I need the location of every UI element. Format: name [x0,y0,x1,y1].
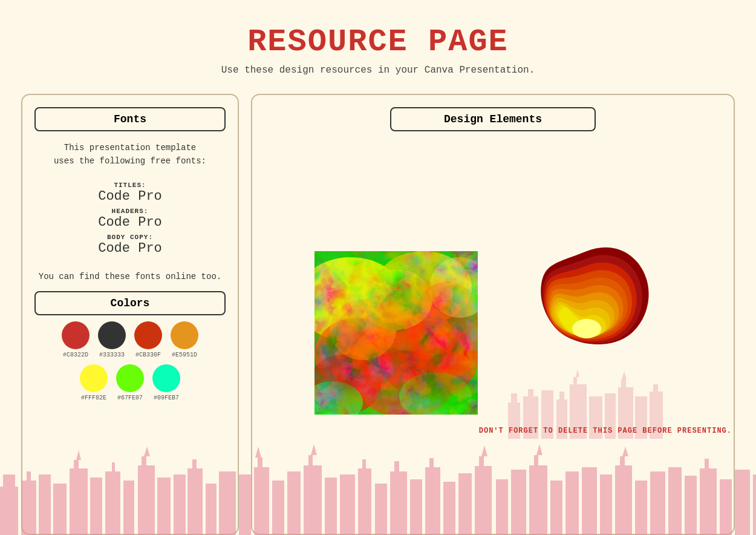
fonts-header: Fonts [34,107,226,131]
color-swatch-2: #333333 [98,321,126,358]
design-elements-header: Design Elements [390,107,596,131]
svg-marker-103 [481,445,487,456]
swatch-circle-5 [80,364,108,392]
svg-rect-63 [287,471,301,535]
svg-rect-55 [187,468,203,535]
svg-rect-77 [458,473,472,535]
svg-rect-75 [429,458,434,468]
svg-rect-24 [528,389,533,398]
svg-rect-95 [705,459,709,470]
svg-rect-85 [565,471,579,535]
svg-point-17 [314,327,390,393]
svg-rect-54 [174,474,186,535]
svg-rect-70 [375,484,387,535]
svg-rect-50 [123,481,134,535]
color-row-1: #C8322D #333333 #CB330F #E5951D [34,321,226,358]
svg-rect-68 [358,468,371,535]
svg-rect-66 [325,478,337,535]
svg-rect-69 [362,459,366,470]
svg-marker-101 [255,447,261,458]
footer-note: DON'T FORGET TO DELETE THIS PAGE BEFORE … [479,427,732,435]
swatch-label-1: #C8322D [63,352,88,358]
svg-rect-44 [53,484,67,535]
svg-rect-89 [620,456,625,467]
svg-rect-48 [105,471,120,535]
svg-rect-39 [0,487,18,535]
svg-rect-82 [529,465,547,535]
svg-rect-72 [394,461,399,473]
svg-rect-90 [635,481,647,535]
svg-rect-93 [685,476,697,535]
svg-rect-22 [511,393,517,404]
svg-rect-40 [3,474,15,488]
svg-rect-88 [615,465,632,535]
swatch-label-2: #333333 [99,352,125,358]
right-elements [502,227,671,439]
svg-rect-81 [511,470,526,535]
fonts-desc-line1: This presentation template [64,143,196,153]
svg-rect-86 [582,467,597,535]
color-swatch-3: #CB330F [134,321,162,358]
blob-svg [520,227,653,360]
fonts-desc-line2: uses the following free fonts: [54,156,206,166]
svg-rect-67 [340,474,355,535]
svg-rect-27 [559,392,564,401]
svg-rect-78 [475,466,492,535]
color-swatch-4: #E5951D [171,321,198,358]
font-name-titles: Code Pro [34,189,226,204]
svg-rect-79 [479,456,484,467]
color-swatch-7: #09FEB7 [152,364,180,401]
svg-rect-56 [192,459,197,470]
svg-marker-38 [622,371,627,379]
svg-marker-102 [311,444,317,455]
swatch-label-4: #E5951D [172,352,197,358]
svg-rect-47 [90,478,102,535]
svg-point-19 [366,260,432,315]
swatch-circle-7 [152,364,180,392]
swatch-label-7: #09FEB7 [154,395,179,401]
svg-rect-94 [700,468,717,535]
svg-rect-43 [39,474,51,535]
svg-rect-36 [653,384,658,393]
font-name-headers: Code Pro [34,215,226,230]
svg-rect-84 [550,481,562,535]
svg-rect-80 [496,479,508,535]
svg-rect-62 [272,481,284,535]
svg-rect-64 [304,465,322,535]
colors-header: Colors [34,291,226,315]
svg-point-18 [399,339,472,405]
svg-rect-57 [206,484,217,535]
swatch-circle-6 [116,364,144,392]
svg-rect-98 [753,474,756,535]
svg-rect-91 [650,471,665,535]
heatmap-overlay [314,251,478,415]
svg-rect-76 [443,482,455,535]
fonts-info: This presentation template uses the foll… [34,141,226,168]
svg-rect-41 [21,481,36,535]
svg-rect-42 [27,471,31,482]
color-swatch-1: #C8322D [62,321,90,358]
font-entry-titles: TITLES: Code Pro [34,182,226,204]
svg-rect-87 [600,474,612,535]
swatch-circle-2 [98,321,126,349]
svg-rect-74 [425,467,440,535]
font-label-body: BODY COPY: [34,234,226,241]
font-label-titles: TITLES: [34,182,226,189]
svg-marker-105 [622,447,628,456]
colors-section: Colors #C8322D #333333 #CB330F [34,291,226,401]
svg-point-20 [572,319,601,338]
swatch-label-3: #CB330F [135,352,161,358]
swatch-circle-4 [171,321,198,349]
svg-rect-61 [258,458,262,468]
svg-rect-59 [239,474,251,535]
swatch-circle-1 [62,321,90,349]
svg-rect-58 [219,471,236,535]
font-entry-headers: HEADERS: Code Pro [34,208,226,230]
color-row-2: #FFF82E #67FE07 #09FEB7 [34,364,226,401]
page-title: RESOURCE PAGE [221,24,535,60]
font-label-headers: HEADERS: [34,208,226,215]
svg-rect-46 [74,460,79,470]
font-entries: TITLES: Code Pro HEADERS: Code Pro BODY … [34,178,226,260]
svg-rect-29 [573,377,577,386]
page-subtitle: Use these design resources in your Canva… [221,65,535,76]
